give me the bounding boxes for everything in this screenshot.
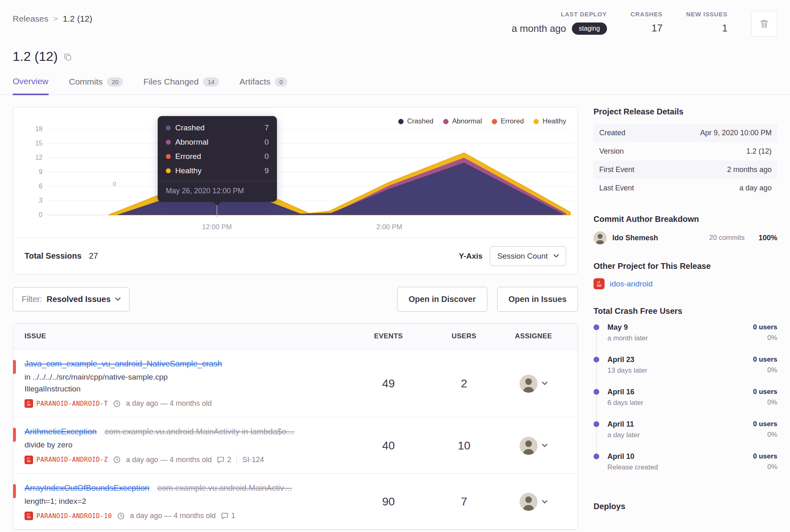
col-assignee: ASSIGNEE [501,332,566,340]
clock-icon [113,456,121,463]
new-issues-label: NEW ISSUES [686,11,728,18]
chevron-down-icon [115,297,121,301]
tooltip-healthy-dot-icon [166,168,171,173]
detail-row-first-event: First Event 2 months ago [594,161,777,179]
col-events: EVENTS [350,332,427,340]
total-sessions-value: 27 [89,251,98,261]
issue-value: divide by zero [25,440,350,449]
comments-count[interactable]: 2 [217,456,231,464]
issue-events-count: 40 [350,439,427,452]
tooltip-abnormal-value: 0 [264,138,269,147]
section-heading: Total Crash Free Users [594,306,777,316]
commits-count-badge: 20 [107,77,123,87]
release-tabs: Overview Commits 20 Files Changed 14 Art… [13,76,777,94]
breadcrumb-releases[interactable]: Releases [13,14,49,24]
issue-culprit: com.example.vu.android.MainActivity in l… [105,427,295,436]
sessions-area-chart [47,129,574,217]
detail-row-last-event: Last Event a day ago [594,179,777,197]
tooltip-healthy-value: 9 [264,166,269,175]
abnormal-dot-icon [443,119,449,124]
timeline-dot-icon [594,421,599,427]
issue-users-count: 2 [427,377,501,390]
legend-healthy[interactable]: Healthy [533,117,566,125]
project-short-id-badge[interactable]: PARANOID-ANDROID-T [25,399,108,408]
crash-free-entry: April 23 13 days later 0 users 0% [594,355,777,388]
timeline-line [596,427,597,454]
timeline-line [596,330,597,357]
issue-age: a day ago — 4 months old [130,512,216,520]
assignee-selector[interactable] [501,437,566,455]
clock-icon [113,400,121,407]
legend-errored[interactable]: Errored [492,117,524,125]
issue-title-link[interactable]: ArrayIndexOutOfBoundsException [25,483,150,492]
issue-users-count: 10 [427,439,501,452]
col-issue: ISSUE [25,332,350,340]
y-tick: 3 [27,197,42,204]
chevron-down-icon [542,500,547,504]
issue-row[interactable]: Java_com_example_vu_android_NativeSample… [13,349,578,417]
chevron-down-icon [542,444,547,447]
tab-artifacts[interactable]: Artifacts 0 [239,76,287,94]
divider [237,455,237,464]
tooltip-errored-dot-icon [166,154,171,159]
page-title: 1.2 (12) [13,49,58,64]
section-heading: Deploys [594,502,777,511]
issues-filter-dropdown[interactable]: Filter: Resolved Issues [13,287,129,311]
release-stats: LAST DEPLOY a month ago staging CRASHES … [512,11,777,37]
crashes-value: 17 [631,22,663,34]
x-tick-noon: 12:00 PM [202,223,232,231]
project-short-id-badge[interactable]: PARANOID-ANDROID-10 [25,512,112,520]
unhandled-indicator [13,428,16,442]
delete-release-button[interactable] [751,11,777,37]
sessions-chart-panel: Crashed Abnormal Errored Healthy [13,107,578,275]
tab-commits[interactable]: Commits 20 [69,76,123,94]
comment-icon [221,512,228,519]
copy-version-icon[interactable] [63,53,71,61]
issue-title-link[interactable]: ArithmeticException [25,427,97,436]
chevron-down-icon [553,254,559,258]
y-axis-select[interactable]: Session Count [490,246,566,266]
other-project-link[interactable]: idos-android [610,279,653,288]
chart-footer: Total Sessions 27 Y-Axis Session Count [13,237,578,274]
issue-row[interactable]: ArrayIndexOutOfBoundsException com.examp… [13,474,578,530]
java-platform-icon [25,512,33,520]
healthy-dot-icon [533,119,539,124]
chart-legend: Crashed Abnormal Errored Healthy [398,117,566,125]
tab-files-changed[interactable]: Files Changed 14 [143,76,219,94]
legend-crashed[interactable]: Crashed [398,117,433,125]
col-users: USERS [427,332,501,340]
crash-free-entry: May 9 a month later 0 users 0% [594,323,777,355]
chart-value-label: 0 [113,180,116,187]
java-platform-icon [594,278,605,289]
deploys-section: Deploys [594,502,777,511]
y-tick: 9 [27,168,42,176]
sessions-chart[interactable]: Crashed Abnormal Errored Healthy [13,107,578,237]
tab-overview[interactable]: Overview [13,76,49,95]
assignee-selector[interactable] [501,375,566,393]
project-short-id-badge[interactable]: PARANOID-ANDROID-Z [25,456,108,464]
detail-row-version: Version 1.2 (12) [594,142,777,161]
crashes-label: CRASHES [631,11,663,18]
stat-last-deploy: LAST DEPLOY a month ago staging [512,11,607,35]
unhandled-indicator [13,360,16,374]
timeline-dot-icon [594,357,599,362]
y-tick: 18 [27,125,42,133]
y-tick: 0 [27,211,42,219]
crash-free-entry: April 11 a day later 0 users 0% [594,420,777,452]
timeline-line [596,394,597,422]
legend-abnormal[interactable]: Abnormal [443,117,482,125]
issues-table: ISSUE EVENTS USERS ASSIGNEE Java_com_exa… [13,323,578,530]
crash-free-entry: April 10 Release created 0 users 0% [594,452,777,485]
open-in-discover-button[interactable]: Open in Discover [397,287,487,312]
x-tick-2pm: 2:00 PM [376,223,402,231]
tooltip-abnormal-dot-icon [166,140,171,145]
assignee-selector[interactable] [501,493,566,511]
open-in-issues-button[interactable]: Open in Issues [497,287,578,312]
assignee-avatar [520,493,538,511]
issue-title-link[interactable]: Java_com_example_vu_android_NativeSample… [25,359,222,368]
comments-count[interactable]: 1 [221,512,235,520]
issue-age: a day ago — 4 months old [126,399,212,408]
issue-row[interactable]: ArithmeticException com.example.vu.andro… [13,417,578,474]
trash-icon [759,18,770,29]
crashed-dot-icon [398,119,404,124]
